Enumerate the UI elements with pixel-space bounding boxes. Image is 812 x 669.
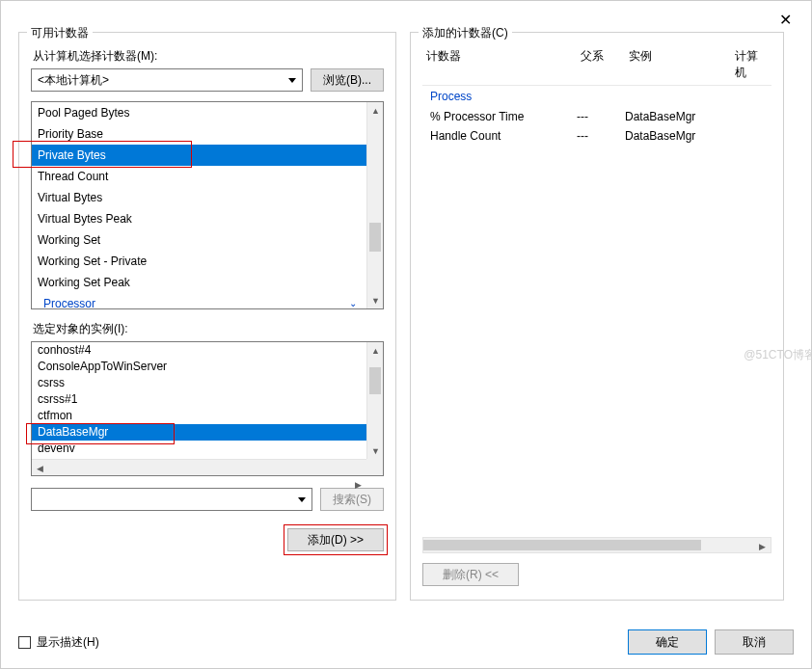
added-category-row[interactable]: Process bbox=[422, 86, 771, 107]
instances-scrollbar-h[interactable]: ◀ ▶ bbox=[32, 459, 366, 475]
cell-instance: DataBaseMgr bbox=[625, 110, 731, 123]
browse-button[interactable]: 浏览(B)... bbox=[311, 68, 384, 92]
watermark-text: @51CTO博客 bbox=[744, 347, 812, 363]
ok-button[interactable]: 确定 bbox=[628, 629, 707, 655]
show-description-checkbox[interactable] bbox=[18, 636, 31, 649]
instance-row[interactable]: DataBaseMgr bbox=[32, 424, 366, 441]
instances-label: 选定对象的实例(I): bbox=[33, 321, 384, 337]
show-description-label: 显示描述(H) bbox=[37, 634, 99, 651]
added-scrollbar-h[interactable]: ◀ ▶ bbox=[422, 537, 771, 553]
instance-row[interactable]: ctfmon bbox=[32, 408, 366, 424]
add-button[interactable]: 添加(D) >> bbox=[287, 528, 384, 551]
col-parent[interactable]: 父系 bbox=[577, 44, 625, 85]
cell-computer bbox=[731, 129, 771, 143]
instances-listbox[interactable]: conhost#4ConsoleAppToWinServercsrsscsrss… bbox=[31, 341, 384, 476]
counter-row[interactable]: Priority Base bbox=[32, 123, 366, 145]
computer-combo[interactable]: <本地计算机> bbox=[31, 68, 303, 92]
scroll-left-icon[interactable]: ◀ bbox=[32, 460, 48, 476]
scroll-up-icon[interactable]: ▲ bbox=[367, 102, 384, 119]
counter-row[interactable]: Virtual Bytes Peak bbox=[32, 208, 366, 229]
dialog-window: ✕ 可用计数器 从计算机选择计数器(M): <本地计算机> 浏览(B)... P… bbox=[0, 0, 812, 669]
computer-combo-value: <本地计算机> bbox=[38, 72, 109, 89]
chevron-down-icon: ⌄ bbox=[349, 293, 357, 308]
col-counter[interactable]: 计数器 bbox=[422, 44, 577, 85]
table-row[interactable]: Handle Count---DataBaseMgr bbox=[422, 126, 771, 146]
cell-computer bbox=[731, 110, 771, 123]
remove-button[interactable]: 删除(R) << bbox=[422, 563, 519, 586]
cell-parent: --- bbox=[577, 110, 625, 123]
dialog-footer: 显示描述(H) 确定 取消 bbox=[18, 629, 794, 655]
scroll-up-icon[interactable]: ▲ bbox=[367, 342, 384, 359]
counter-row[interactable]: Working Set Peak bbox=[32, 272, 366, 293]
counters-listbox[interactable]: Pool Paged BytesPriority BasePrivate Byt… bbox=[31, 101, 384, 309]
instance-row[interactable]: conhost#4 bbox=[32, 342, 366, 359]
scroll-right-icon[interactable]: ▶ bbox=[350, 476, 366, 493]
counter-row[interactable]: Pool Paged Bytes bbox=[32, 102, 366, 123]
table-row[interactable]: % Processor Time---DataBaseMgr bbox=[422, 107, 771, 126]
counter-row[interactable]: Thread Count bbox=[32, 166, 366, 187]
scroll-corner bbox=[366, 459, 383, 475]
cell-counter: Handle Count bbox=[422, 129, 577, 143]
available-counters-title: 可用计数器 bbox=[27, 25, 93, 41]
category-label: Processor bbox=[43, 293, 95, 308]
instance-row[interactable]: csrss bbox=[32, 375, 366, 391]
search-combo[interactable] bbox=[31, 488, 312, 511]
close-button[interactable]: ✕ bbox=[771, 7, 799, 33]
col-instance[interactable]: 实例 bbox=[625, 44, 731, 85]
added-rows-container: % Processor Time---DataBaseMgrHandle Cou… bbox=[422, 107, 771, 146]
cell-instance: DataBaseMgr bbox=[625, 129, 731, 143]
added-counters-group: 添加的计数器(C) 计数器 父系 实例 计算机 Process % Proces… bbox=[410, 32, 784, 601]
instances-scrollbar-v[interactable]: ▲ ▼ bbox=[366, 342, 383, 459]
col-computer[interactable]: 计算机 bbox=[731, 44, 771, 85]
scroll-down-icon[interactable]: ▼ bbox=[367, 442, 384, 459]
available-counters-group: 可用计数器 从计算机选择计数器(M): <本地计算机> 浏览(B)... Poo… bbox=[18, 32, 396, 601]
cell-counter: % Processor Time bbox=[422, 110, 577, 123]
cancel-button[interactable]: 取消 bbox=[715, 629, 794, 655]
scroll-right-icon[interactable]: ▶ bbox=[754, 538, 771, 554]
counter-row[interactable]: Working Set - Private bbox=[32, 251, 366, 272]
counter-category-row[interactable]: Processor⌄ bbox=[32, 293, 366, 308]
counter-row[interactable]: Virtual Bytes bbox=[32, 187, 366, 208]
cell-parent: --- bbox=[577, 129, 625, 143]
counters-scrollbar-v[interactable]: ▲ ▼ bbox=[366, 102, 383, 308]
added-counters-title: 添加的计数器(C) bbox=[419, 25, 512, 41]
counter-row[interactable]: Working Set bbox=[32, 229, 366, 251]
instance-row[interactable]: devenv bbox=[32, 441, 366, 457]
select-computer-label: 从计算机选择计数器(M): bbox=[33, 48, 384, 65]
added-table-header: 计数器 父系 实例 计算机 bbox=[422, 44, 771, 86]
scroll-down-icon[interactable]: ▼ bbox=[367, 292, 384, 308]
instance-row[interactable]: ConsoleAppToWinServer bbox=[32, 359, 366, 375]
instance-row[interactable]: csrss#1 bbox=[32, 391, 366, 408]
counter-row[interactable]: Private Bytes bbox=[32, 145, 366, 166]
